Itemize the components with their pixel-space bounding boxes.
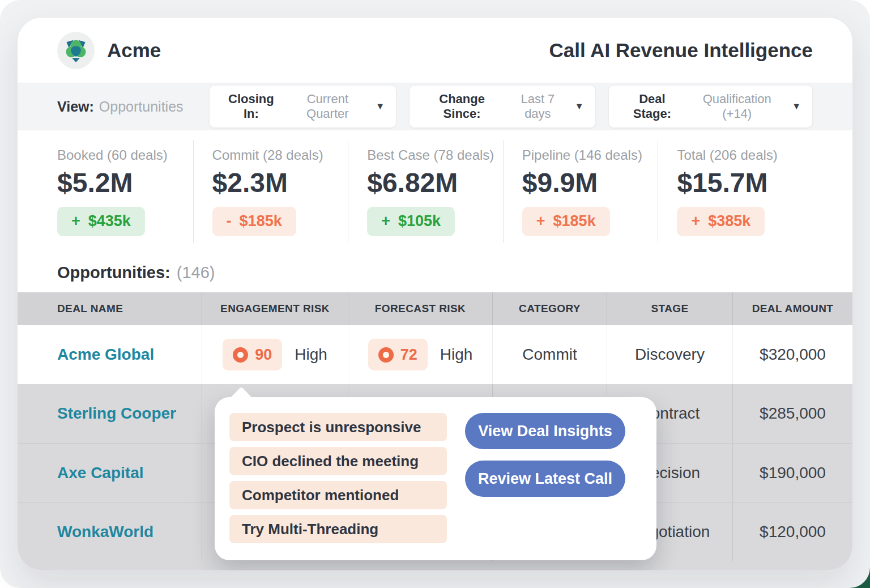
delta-amount: $385k (708, 212, 750, 230)
risk-level: High (295, 346, 327, 364)
opportunities-count: (146) (177, 263, 215, 282)
column-header-engagement-risk: ENGAGEMENT RISK (202, 292, 348, 325)
deal-amount-cell: $320,000 (732, 325, 852, 384)
delta-amount: $185k (553, 212, 596, 230)
forecast-risk-cell: 72 High (348, 325, 492, 384)
deal-amount-cell: $120,000 (732, 502, 852, 561)
delta-amount: $435k (88, 212, 131, 230)
chevron-down-icon: ▼ (792, 101, 801, 112)
kpi-total: Total (206 deals) $15.7M + $385k (658, 140, 813, 243)
deal-name-cell: Sterling Cooper (18, 384, 202, 443)
kpi-value: $6.82M (367, 167, 503, 198)
column-header-stage: STAGE (607, 292, 732, 325)
app-card: Acme Call AI Revenue Intelligence View: … (17, 17, 853, 571)
app-header: Acme Call AI Revenue Intelligence (18, 18, 852, 83)
column-header-forecast-risk: FORECAST RISK (348, 292, 492, 325)
delta-sign: + (691, 212, 700, 230)
deal-name-cell: Axe Capital (18, 444, 202, 502)
company-logo (57, 32, 95, 69)
deal-name-cell: WonkaWorld (18, 502, 202, 561)
risk-score: 90 (255, 346, 272, 364)
kpi-delta-badge: + $185k (522, 207, 610, 236)
risk-donut-icon (378, 347, 394, 363)
deal-amount-cell: $285,000 (732, 384, 852, 443)
table-row: Acme Global 90 High 72 (18, 325, 852, 384)
kpi-value: $5.2M (57, 167, 193, 198)
filter-deal-stage[interactable]: Deal Stage: Qualification (+14) ▼ (608, 85, 813, 128)
kpi-delta-badge: + $435k (57, 207, 145, 236)
risk-level: High (440, 346, 473, 364)
column-header-category: CATEGORY (492, 292, 607, 325)
kpi-delta-badge: + $385k (677, 207, 765, 236)
engagement-risk-badge: 90 (223, 339, 282, 370)
kpi-value: $15.7M (677, 167, 813, 198)
category-cell: Commit (492, 325, 607, 384)
risk-group: 72 High (368, 339, 473, 370)
kpi-commit: Commit (28 deals) $2.3M - $185k (193, 140, 348, 243)
deal-name-cell: Acme Global (18, 325, 202, 384)
kpi-best-case: Best Case (78 deals) $6.82M + $105k (348, 140, 503, 243)
delta-sign: + (71, 212, 80, 230)
delta-sign: + (536, 212, 545, 230)
filter-deal-stage-value: Qualification (+14) (689, 92, 785, 121)
kpi-pipeline: Pipeline (146 deals) $9.9M + $185k (503, 140, 658, 243)
kpi-label: Total (206 deals) (677, 147, 813, 163)
opportunities-heading: Opportunities: (146) (18, 253, 852, 292)
product-title: Call AI Revenue Intelligence (549, 39, 813, 62)
kpi-value: $2.3M (212, 167, 348, 198)
risk-insights-list: Prospect is unresponsive CIO declined th… (229, 413, 447, 543)
company-name: Acme (107, 39, 161, 62)
delta-amount: $105k (398, 212, 441, 230)
page-background: Acme Call AI Revenue Intelligence View: … (0, 0, 870, 588)
view-deal-insights-button[interactable]: View Deal Insights (465, 413, 625, 449)
deal-link[interactable]: WonkaWorld (57, 523, 153, 541)
risk-score: 72 (400, 346, 417, 364)
risk-donut-icon (233, 347, 248, 363)
kpi-delta-badge: + $105k (367, 207, 455, 236)
risk-insight-item: CIO declined the meeting (229, 447, 447, 475)
engagement-risk-cell: 90 High (202, 325, 348, 384)
filter-chips: Closing In: Current Quarter ▼ Change Sin… (209, 85, 813, 128)
risk-insight-item: Prospect is unresponsive (229, 413, 447, 441)
filter-closing-in-label: Closing In: (221, 92, 282, 121)
kpi-label: Booked (60 deals) (57, 147, 193, 163)
kpi-label: Pipeline (146 deals) (522, 147, 658, 163)
kpi-booked: Booked (60 deals) $5.2M + $435k (57, 140, 193, 243)
column-header-deal-amount: DEAL AMOUNT (732, 292, 852, 325)
deal-link[interactable]: Acme Global (57, 346, 154, 364)
view-label: View: (57, 99, 94, 115)
kpi-delta-badge: - $185k (212, 207, 296, 236)
deal-risk-popup: Prospect is unresponsive CIO declined th… (215, 397, 656, 560)
delta-amount: $185k (240, 212, 282, 230)
forecast-risk-badge: 72 (368, 339, 428, 370)
popup-actions: View Deal Insights Review Latest Call (465, 413, 625, 497)
risk-insight-item: Competitor mentioned (229, 481, 447, 509)
filter-bar: View: Opportunities Closing In: Current … (18, 83, 852, 130)
filter-change-since[interactable]: Change Since: Last 7 days ▼ (409, 85, 595, 128)
chevron-down-icon: ▼ (376, 101, 385, 112)
table-header-row: DEAL NAME ENGAGEMENT RISK FORECAST RISK … (18, 292, 852, 325)
opportunities-label: Opportunities: (57, 263, 170, 282)
filter-closing-in-value: Current Quarter (286, 92, 369, 121)
deal-link[interactable]: Sterling Cooper (57, 404, 176, 423)
chevron-down-icon: ▼ (575, 101, 584, 112)
column-header-deal-name: DEAL NAME (18, 292, 202, 325)
filter-change-since-value: Last 7 days (508, 92, 568, 121)
delta-sign: + (381, 212, 390, 230)
review-latest-call-button[interactable]: Review Latest Call (465, 461, 625, 497)
deal-amount-cell: $190,000 (732, 444, 852, 502)
view-value[interactable]: Opportunities (99, 99, 184, 115)
kpi-label: Best Case (78 deals) (367, 147, 503, 163)
deal-link[interactable]: Axe Capital (57, 464, 144, 482)
table-filler (18, 561, 852, 570)
filter-change-since-label: Change Since: (421, 92, 503, 121)
risk-insight-item: Try Multi-Threading (229, 515, 447, 543)
stage-cell: Discovery (607, 325, 732, 384)
company-logo-icon (64, 39, 88, 62)
delta-sign: - (227, 212, 232, 230)
kpi-value: $9.9M (522, 167, 658, 198)
risk-group: 90 High (223, 339, 327, 370)
filter-closing-in[interactable]: Closing In: Current Quarter ▼ (209, 85, 397, 128)
kpi-label: Commit (28 deals) (212, 147, 348, 163)
filter-deal-stage-label: Deal Stage: (620, 92, 685, 121)
